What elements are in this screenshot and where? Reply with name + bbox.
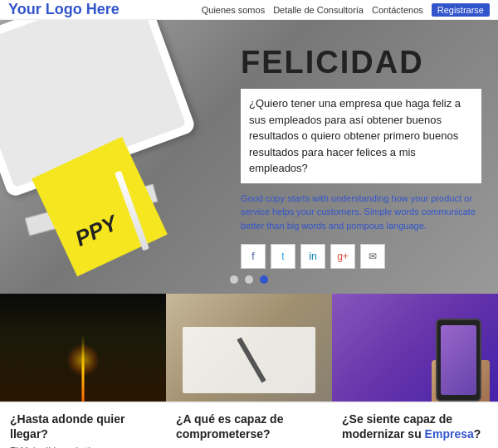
dot-3[interactable]	[260, 275, 268, 284]
card-3-image	[332, 294, 498, 402]
nav-item-detalle[interactable]: Detalle de Consultoría	[273, 5, 364, 15]
cards-section: ¿Hasta adonde quier llegar? El Mejor líd…	[0, 294, 498, 448]
hero-highlight-text: ¿Quiero tener una empresa que haga feliz…	[241, 89, 481, 183]
card-3-body: ¿Se siente capaz de modernizar su Empres…	[332, 402, 498, 448]
hero-subtext: Good copy starts with understanding how …	[241, 192, 481, 233]
twitter-icon[interactable]: t	[271, 244, 295, 269]
phone-decoration	[436, 319, 481, 402]
hero-content: FELICIDAD ¿Quiero tener una empresa que …	[241, 45, 481, 269]
nav-item-contactenos[interactable]: Contáctenos	[372, 5, 423, 15]
card-1: ¿Hasta adonde quier llegar? El Mejor líd…	[0, 294, 166, 448]
dot-2[interactable]	[245, 275, 253, 284]
card-1-body: ¿Hasta adonde quier llegar? El Mejor líd…	[0, 402, 166, 448]
card-2-body: ¿A qué es capaz de comprometerse?	[166, 402, 332, 448]
card-2-title: ¿A qué es capaz de comprometerse?	[176, 411, 322, 441]
card-1-image	[0, 294, 166, 402]
linkedin-icon[interactable]: in	[300, 244, 325, 269]
facebook-icon[interactable]: f	[241, 244, 266, 269]
nav: Quienes somos Detalle de Consultoría Con…	[202, 3, 490, 17]
rocket-trail	[82, 335, 85, 402]
logo: Your Logo Here	[8, 1, 120, 18]
hero-section: PPY FELICIDAD ¿Quiero tener una empresa …	[0, 20, 498, 294]
card-2-image	[166, 294, 332, 402]
hero-title: FELICIDAD	[241, 45, 481, 80]
header: Your Logo Here Quienes somos Detalle de …	[0, 0, 498, 20]
card-1-title: ¿Hasta adonde quier llegar?	[10, 411, 156, 441]
social-icons-group: f t in g+ ✉	[241, 244, 481, 269]
card-3-title: ¿Se siente capaz de modernizar su Empres…	[342, 411, 488, 441]
card-1-desc: El Mejor líder solo tiene colaboradores …	[10, 445, 156, 448]
dot-1[interactable]	[230, 275, 238, 284]
card-2: ¿A qué es capaz de comprometerse?	[166, 294, 332, 448]
hero-dots	[230, 275, 268, 284]
googleplus-icon[interactable]: g+	[330, 244, 355, 269]
card-3: ¿Se siente capaz de modernizar su Empres…	[332, 294, 498, 448]
phone-screen	[441, 325, 476, 395]
register-button[interactable]: Registrarse	[432, 3, 490, 17]
nav-item-quienes[interactable]: Quienes somos	[202, 5, 265, 15]
email-icon[interactable]: ✉	[360, 244, 385, 269]
